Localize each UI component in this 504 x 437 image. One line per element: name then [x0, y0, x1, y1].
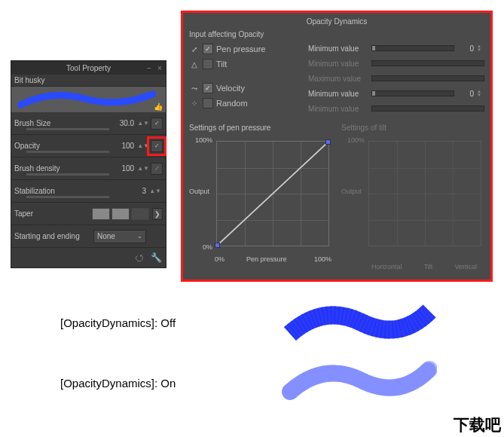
lock-icon[interactable]: 👍 [154, 102, 163, 111]
brush-density-slider[interactable] [26, 173, 109, 176]
taper-both-button[interactable] [131, 208, 149, 220]
velocity-row: ⤳ Velocity [189, 81, 302, 96]
tilt-row: △ Tilt [189, 57, 302, 72]
watermark-text: 下载吧 [454, 414, 501, 435]
y-axis-label: Output [189, 188, 209, 195]
min-label: Minimum value [308, 60, 368, 68]
opacity-row: Opacity 100 ▲▼ ✓ [11, 135, 166, 157]
tilt-x-1: Tilt [424, 263, 433, 270]
x-right-label: 100% [314, 255, 331, 263]
taper-start-button[interactable] [92, 208, 110, 220]
pen-pressure-min-slider[interactable] [371, 45, 454, 51]
spinner-icon[interactable]: ▲▼ [477, 44, 484, 52]
x-axis-label: Pen pressure [246, 255, 287, 263]
velocity-min-row: Minimum value 0 ▲▼ [308, 86, 484, 101]
min-label: Minimum value [308, 44, 368, 53]
opacity-label: Opacity [14, 142, 78, 150]
curve-point-start[interactable] [215, 243, 220, 248]
brush-size-value[interactable]: 30.0 [104, 119, 134, 127]
min-label: Minimum value [308, 90, 368, 98]
taper-expand-button[interactable]: ❯ [152, 208, 163, 220]
pen-pressure-checkbox[interactable] [203, 44, 213, 54]
velocity-min-slider[interactable] [371, 90, 454, 96]
panel-title: Tool Property [66, 64, 111, 72]
input-section-label: Input affecting Opacity [189, 30, 302, 38]
graph-grid[interactable] [216, 141, 329, 246]
y-top-label: 100% [347, 136, 365, 144]
spinner-icon[interactable]: ▲▼ [137, 165, 149, 172]
brush-density-value[interactable]: 100 [104, 164, 134, 173]
pen-pressure-min-value[interactable]: 0 [457, 44, 474, 53]
brush-density-dynamics-toggle[interactable]: ⟋ [151, 163, 163, 175]
random-row: ⁘ Random [189, 96, 302, 111]
brush-size-label: Brush Size [14, 119, 78, 127]
panel-title-bar: Tool Property − × [11, 61, 166, 75]
opacity-value[interactable]: 100 [104, 142, 134, 150]
graph-grid [368, 141, 481, 246]
random-min-slider [371, 105, 484, 112]
start-end-row: Starting and ending None ⌄ [11, 225, 166, 248]
example-off-label: [OpacityDynamics]: Off [60, 316, 176, 329]
stroke-off-preview [279, 300, 437, 353]
brush-preview: 👍 [11, 87, 166, 112]
svg-line-0 [217, 142, 328, 246]
dynamics-title: Opacity Dynamics [189, 17, 484, 26]
graph-title: Settings of pen pressure [189, 124, 332, 132]
stabilization-label: Stabilization [14, 187, 78, 195]
brush-density-label: Brush density [14, 164, 78, 173]
pen-pressure-icon: ⤢ [189, 45, 200, 53]
taper-row: Taper ❯ [11, 203, 166, 225]
pen-pressure-label: Pen pressure [216, 44, 265, 53]
reset-icon[interactable]: ⭯ [133, 251, 146, 264]
stabilization-slider[interactable] [26, 196, 109, 198]
spinner-icon[interactable]: ▲▼ [137, 120, 149, 127]
brush-size-dynamics-toggle[interactable]: ✓ [151, 118, 163, 130]
tilt-icon: △ [189, 60, 200, 69]
tilt-checkbox[interactable] [203, 59, 213, 69]
tilt-x-2: Vertical [454, 263, 477, 270]
panel-footer: ⭯ 🔧 [11, 248, 166, 267]
tilt-x-0: Horizontal [371, 263, 402, 270]
tilt-max-row: Maximum value [308, 71, 484, 86]
opacity-dynamics-panel: Opacity Dynamics Input affecting Opacity… [181, 11, 493, 282]
stabilization-value[interactable]: 3 [116, 187, 146, 195]
example-off: [OpacityDynamics]: Off [60, 316, 176, 329]
start-end-select[interactable]: None ⌄ [93, 230, 146, 243]
velocity-min-value[interactable]: 0 [457, 90, 474, 98]
close-icon[interactable]: × [155, 63, 164, 72]
tilt-min-row: Minimum value [308, 56, 484, 71]
tilt-min-slider [371, 60, 484, 66]
opacity-dynamics-toggle[interactable]: ✓ [151, 140, 163, 152]
velocity-icon: ⤳ [189, 84, 200, 93]
max-label: Maximum value [308, 75, 368, 83]
tool-property-panel: Tool Property − × Bit husky 👍 Brush Size… [11, 60, 166, 268]
random-label: Random [216, 99, 248, 108]
tilt-graph: Settings of tilt 100% Output Horizontal … [341, 124, 484, 270]
random-min-row: Minimum value [308, 101, 484, 116]
y-bot-label: 0% [203, 243, 212, 251]
y-axis-label: Output [341, 188, 362, 195]
stabilization-row: Stabilization 3 ▲▼ [11, 180, 166, 203]
curve-point-end[interactable] [325, 139, 331, 145]
taper-end-button[interactable] [111, 208, 130, 220]
brush-size-slider[interactable] [26, 128, 109, 130]
brush-density-row: Brush density 100 ▲▼ ⟋ [11, 157, 166, 180]
opacity-slider[interactable] [26, 151, 109, 153]
start-end-label: Starting and ending [14, 232, 93, 240]
tilt-label: Tilt [216, 60, 227, 69]
start-end-value: None [97, 232, 115, 240]
minimize-icon[interactable]: − [145, 63, 154, 72]
spinner-icon[interactable]: ▲▼ [137, 142, 149, 149]
random-checkbox[interactable] [203, 98, 213, 108]
wrench-icon[interactable]: 🔧 [149, 251, 163, 264]
example-on: [OpacityDynamics]: On [60, 377, 176, 390]
chevron-down-icon: ⌄ [137, 233, 142, 240]
stroke-on-preview [279, 358, 437, 411]
taper-label: Taper [14, 209, 78, 218]
example-on-label: [OpacityDynamics]: On [60, 377, 176, 390]
velocity-checkbox[interactable] [203, 83, 213, 93]
spinner-icon[interactable]: ▲▼ [477, 90, 484, 97]
spinner-icon[interactable]: ▲▼ [149, 188, 161, 194]
brush-name: Bit husky [11, 75, 166, 87]
tilt-max-slider [371, 75, 484, 81]
